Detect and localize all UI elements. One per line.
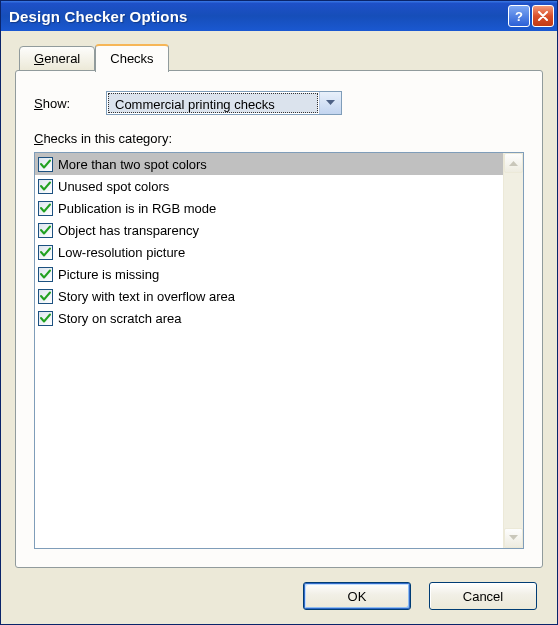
list-item-label: Publication is in RGB mode	[58, 201, 216, 216]
checks-list: More than two spot colorsUnused spot col…	[35, 153, 503, 548]
tab-general-accel: G	[34, 51, 44, 66]
list-item-label: Object has transparency	[58, 223, 199, 238]
list-item[interactable]: Publication is in RGB mode	[35, 197, 503, 219]
show-combobox[interactable]: Commercial printing checks	[106, 91, 342, 115]
list-item-label: More than two spot colors	[58, 157, 207, 172]
tab-general[interactable]: General	[19, 46, 95, 71]
checkbox[interactable]	[38, 201, 53, 216]
tab-panel-checks: Show: Commercial printing checks Checks …	[15, 70, 543, 568]
titlebar-buttons: ?	[508, 5, 554, 27]
checkbox[interactable]	[38, 157, 53, 172]
window-title: Design Checker Options	[9, 8, 508, 25]
list-item-label: Story on scratch area	[58, 311, 182, 326]
list-item[interactable]: Story with text in overflow area	[35, 285, 503, 307]
close-button[interactable]	[532, 5, 554, 27]
checkbox[interactable]	[38, 223, 53, 238]
list-item[interactable]: Story on scratch area	[35, 307, 503, 329]
check-icon	[40, 269, 51, 280]
check-icon	[40, 159, 51, 170]
check-icon	[40, 291, 51, 302]
show-row: Show: Commercial printing checks	[34, 91, 524, 115]
checkbox[interactable]	[38, 311, 53, 326]
checkbox[interactable]	[38, 179, 53, 194]
dialog-buttons: OK Cancel	[15, 568, 543, 612]
list-item-label: Story with text in overflow area	[58, 289, 235, 304]
check-icon	[40, 313, 51, 324]
checks-listbox[interactable]: More than two spot colorsUnused spot col…	[34, 152, 524, 549]
check-icon	[40, 225, 51, 236]
check-icon	[40, 247, 51, 258]
category-label: Checks in this category:	[34, 131, 524, 146]
checkbox[interactable]	[38, 289, 53, 304]
show-combobox-value: Commercial printing checks	[108, 93, 318, 113]
show-label: Show:	[34, 96, 106, 111]
chevron-down-icon	[326, 100, 335, 106]
chevron-up-icon	[509, 160, 518, 166]
list-item-label: Picture is missing	[58, 267, 159, 282]
list-item[interactable]: Unused spot colors	[35, 175, 503, 197]
check-icon	[40, 181, 51, 192]
dialog-window: Design Checker Options ? General Checks …	[0, 0, 558, 625]
titlebar[interactable]: Design Checker Options ?	[1, 1, 557, 31]
ok-button[interactable]: OK	[303, 582, 411, 610]
list-item[interactable]: More than two spot colors	[35, 153, 503, 175]
show-combobox-button[interactable]	[319, 92, 341, 114]
help-icon: ?	[515, 9, 523, 24]
scroll-down-button[interactable]	[504, 528, 523, 548]
client-area: General Checks Show: Commercial printing…	[1, 31, 557, 624]
check-icon	[40, 203, 51, 214]
list-item-label: Unused spot colors	[58, 179, 169, 194]
tabstrip: General Checks	[19, 43, 543, 71]
tab-checks-label: Checks	[110, 51, 153, 66]
checkbox[interactable]	[38, 267, 53, 282]
list-item[interactable]: Low-resolution picture	[35, 241, 503, 263]
help-button[interactable]: ?	[508, 5, 530, 27]
checkbox[interactable]	[38, 245, 53, 260]
scroll-up-button[interactable]	[504, 153, 523, 173]
cancel-button[interactable]: Cancel	[429, 582, 537, 610]
chevron-down-icon	[509, 535, 518, 541]
scrollbar[interactable]	[503, 153, 523, 548]
close-icon	[538, 11, 548, 21]
list-item[interactable]: Picture is missing	[35, 263, 503, 285]
tab-general-label: eneral	[44, 51, 80, 66]
list-item-label: Low-resolution picture	[58, 245, 185, 260]
list-item[interactable]: Object has transparency	[35, 219, 503, 241]
tab-checks[interactable]: Checks	[95, 44, 168, 72]
